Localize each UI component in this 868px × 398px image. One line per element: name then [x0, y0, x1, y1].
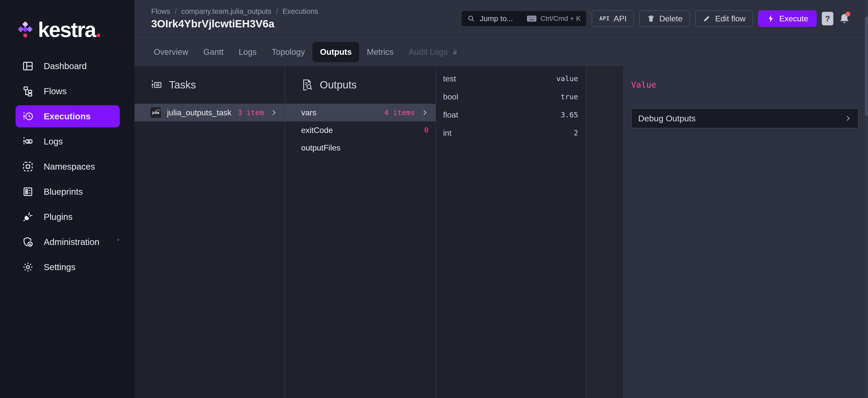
breadcrumb-separator: /	[175, 7, 177, 16]
output-value-badge: 0	[424, 126, 429, 134]
vars-panel: test value bool true float 3.65 int 2	[436, 66, 586, 398]
sidebar-item-administration[interactable]: Administration	[16, 231, 120, 253]
tasks-panel: Tasks julia julia_outputs_task 3 item	[134, 66, 285, 398]
sidebar-item-label: Plugins	[44, 212, 72, 222]
output-name: outputFiles	[301, 143, 341, 153]
var-row-float[interactable]: float 3.65	[436, 106, 586, 124]
debug-outputs-expander[interactable]: Debug Outputs	[631, 108, 859, 128]
kestra-logo-mark	[18, 22, 32, 38]
tab-label: Gantt	[204, 47, 224, 57]
sidebar-item-namespaces[interactable]: Namespaces	[16, 156, 120, 178]
breadcrumb-title-block: Flows / company.team.julia_outputs / Exe…	[151, 7, 318, 30]
execute-button-label: Execute	[779, 14, 808, 23]
var-row-int[interactable]: int 2	[436, 124, 586, 142]
tasks-panel-title: Tasks	[169, 79, 196, 91]
task-name: julia_outputs_task	[167, 108, 231, 117]
search-placeholder: Jump to...	[480, 14, 513, 23]
gear-icon	[22, 261, 34, 273]
var-row-test[interactable]: test value	[436, 70, 586, 88]
julia-icon: julia	[150, 107, 161, 118]
tab-label: Overview	[154, 47, 188, 57]
var-key: test	[443, 74, 456, 84]
help-button[interactable]: ?	[822, 12, 833, 25]
output-row-outputfiles[interactable]: outputFiles	[285, 139, 435, 156]
outputs-browser: Tasks julia julia_outputs_task 3 item	[134, 66, 868, 398]
sidebar-item-executions[interactable]: Executions	[16, 105, 120, 127]
output-items-badge: 4 items	[384, 108, 415, 117]
kestra-app: kestra. Dashboard Flows Executions	[0, 0, 868, 398]
value-panel: Value Debug Outputs	[624, 66, 868, 398]
sidebar-item-flows[interactable]: Flows	[16, 80, 120, 102]
tab-label: Topology	[272, 47, 305, 57]
tab-metrics[interactable]: Metrics	[359, 42, 401, 62]
breadcrumb-flows[interactable]: Flows	[151, 7, 170, 16]
api-icon: API	[599, 16, 610, 22]
tab-label: Audit Logs	[409, 47, 448, 57]
tab-overview[interactable]: Overview	[146, 42, 196, 62]
var-key: bool	[443, 92, 458, 101]
sidebar-item-plugins[interactable]: Plugins	[16, 206, 120, 228]
sidebar-item-blueprints[interactable]: Blueprints	[16, 181, 120, 203]
sidebar-item-label: Dashboard	[44, 61, 87, 71]
execute-button[interactable]: Execute	[758, 10, 817, 27]
logs-icon	[22, 136, 34, 147]
main-area: Flows / company.team.julia_outputs / Exe…	[134, 0, 868, 398]
tab-topology[interactable]: Topology	[264, 42, 312, 62]
api-button-label: API	[614, 14, 627, 23]
breadcrumb-separator: /	[276, 7, 278, 16]
sidebar-item-dashboard[interactable]: Dashboard	[16, 55, 120, 77]
keyboard-icon	[527, 15, 537, 22]
breadcrumb-executions[interactable]: Executions	[283, 7, 318, 16]
tab-audit-logs: Audit Logs	[401, 42, 466, 62]
output-row-exitcode[interactable]: exitCode 0	[285, 121, 435, 139]
scrollbar-thumb[interactable]	[865, 17, 868, 116]
delete-button-label: Delete	[659, 14, 683, 23]
sidebar-item-label: Logs	[44, 136, 63, 147]
sidebar-item-label: Executions	[44, 111, 91, 121]
chevron-right-icon	[844, 115, 852, 122]
edit-flow-button[interactable]: Edit flow	[695, 10, 753, 27]
lock-icon	[451, 49, 458, 56]
page-title: 3OIrk4YbrVjlcwtiEH3V6a	[151, 18, 318, 30]
empty-drill-column	[586, 66, 624, 398]
output-name: exitCode	[301, 126, 333, 135]
sidebar-item-logs[interactable]: Logs	[16, 130, 120, 153]
debug-outputs-label: Debug Outputs	[638, 114, 696, 123]
brand-name: kestra.	[38, 18, 101, 42]
api-button[interactable]: API API	[592, 10, 634, 27]
pencil-icon	[703, 14, 711, 23]
administration-icon	[22, 236, 34, 248]
sidebar-item-label: Flows	[44, 86, 67, 96]
search-shortcut: Ctrl/Cmd + K	[527, 14, 581, 23]
delete-button[interactable]: Delete	[639, 10, 690, 27]
outputs-icon	[301, 79, 313, 91]
task-row-julia-outputs-task[interactable]: julia julia_outputs_task 3 item	[134, 104, 285, 121]
tab-label: Logs	[239, 47, 257, 57]
var-row-bool[interactable]: bool true	[436, 88, 586, 106]
sidebar-item-label: Blueprints	[44, 187, 83, 197]
namespaces-icon	[22, 161, 34, 172]
tab-logs[interactable]: Logs	[231, 42, 264, 62]
page-header: Flows / company.team.julia_outputs / Exe…	[134, 0, 868, 38]
output-row-vars[interactable]: vars 4 items	[285, 104, 435, 121]
value-panel-title: Value	[631, 80, 868, 90]
header-actions: Jump to... Ctrl/Cmd + K API API	[461, 10, 850, 27]
breadcrumb-namespace[interactable]: company.team.julia_outputs	[181, 7, 272, 16]
notifications-button[interactable]	[838, 12, 850, 25]
vertical-scrollbar[interactable]	[865, 0, 868, 398]
chevron-right-icon	[421, 109, 429, 116]
sidebar-item-label: Namespaces	[44, 161, 95, 172]
search-icon	[467, 14, 475, 23]
chevron-right-icon	[270, 109, 278, 116]
var-value: 3.65	[561, 111, 578, 119]
task-items-badge: 3 item	[238, 108, 264, 117]
tab-gantt[interactable]: Gantt	[196, 42, 231, 62]
plugins-icon	[22, 211, 34, 223]
search-input[interactable]: Jump to... Ctrl/Cmd + K	[461, 10, 587, 27]
kestra-logo[interactable]: kestra.	[0, 0, 134, 55]
tab-outputs[interactable]: Outputs	[312, 42, 359, 62]
sidebar-item-label: Settings	[44, 262, 75, 272]
sidebar: kestra. Dashboard Flows Executions	[0, 0, 134, 398]
outputs-panel-title: Outputs	[320, 79, 356, 91]
sidebar-item-settings[interactable]: Settings	[16, 256, 120, 278]
